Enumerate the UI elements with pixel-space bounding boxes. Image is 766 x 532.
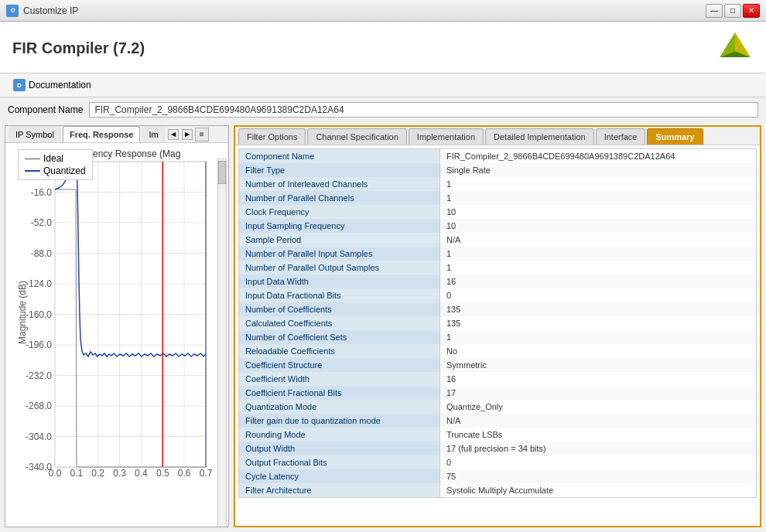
documentation-button[interactable]: D Documentation (6, 77, 98, 94)
documentation-icon: D (13, 79, 26, 91)
table-row: Clock Frequency10 (239, 205, 757, 219)
summary-row-label: Coefficient Width (239, 372, 440, 386)
tab-freq-response[interactable]: Freq. Response (63, 126, 141, 142)
tab-list-button[interactable]: ≡ (195, 128, 209, 142)
tab-implementation[interactable]: Implementation (409, 128, 484, 145)
table-row: Number of Parallel Input Samples1 (239, 247, 757, 261)
summary-row-value: Systolic Multiply Accumulate (440, 483, 757, 498)
tab-channel-specification[interactable]: Channel Specification (307, 128, 406, 145)
table-row: Number of Coefficient Sets1 (239, 330, 757, 344)
table-row: Reloadable CoefficientsNo (239, 344, 757, 358)
tab-filter-options[interactable]: Filter Options (238, 128, 306, 145)
svg-text:-88.0: -88.0 (31, 248, 53, 259)
tab-prev-button[interactable]: ◀ (168, 129, 179, 140)
tab-detailed-implementation[interactable]: Detailed Implementation (485, 128, 594, 145)
summary-row-label: Component Name (239, 149, 440, 164)
table-row: Component NameFIR_Compiler_2_9866B4CDE69… (239, 149, 757, 164)
summary-row-value: 16 (440, 275, 757, 288)
summary-row-value: 0 (440, 455, 757, 469)
summary-row-label: Rounding Mode (239, 428, 440, 442)
maximize-button[interactable]: □ (724, 4, 741, 18)
summary-row-value: 135 (440, 302, 757, 316)
svg-text:-124.0: -124.0 (26, 278, 52, 289)
legend-ideal: Ideal (25, 153, 86, 164)
summary-row-value: 135 (440, 316, 757, 330)
summary-row-value: 1 (440, 330, 757, 344)
table-row: Number of Coefficients135 (239, 302, 757, 316)
svg-text:-268.0: -268.0 (26, 401, 52, 411)
summary-row-label: Input Data Width (239, 275, 440, 288)
tab-ip-symbol[interactable]: IP Symbol (9, 126, 61, 142)
app-logo (716, 29, 754, 66)
summary-row-label: Filter gain due to quantization mode (239, 414, 440, 428)
summary-row-label: Reloadable Coefficients (239, 344, 440, 358)
table-row: Calculated Coefficients135 (239, 316, 757, 330)
table-row: Filter ArchitectureSystolic Multiply Acc… (239, 483, 757, 498)
table-row: Number of Parallel Channels1 (239, 191, 757, 205)
component-name-row: Component Name FIR_Compiler_2_9866B4CDE6… (5, 102, 761, 121)
chart-legend: Ideal Quantized (18, 149, 93, 180)
svg-text:-52.0: -52.0 (31, 217, 53, 228)
minimize-button[interactable]: — (706, 4, 723, 18)
chart-scrollbar[interactable] (217, 159, 227, 527)
app-header: FIR Compiler (7.2) (0, 22, 766, 73)
summary-row-label: Number of Coefficient Sets (239, 330, 440, 344)
summary-row-value: 75 (440, 469, 757, 483)
summary-row-label: Number of Parallel Output Samples (239, 261, 440, 275)
summary-row-label: Filter Type (239, 163, 440, 177)
panels: IP Symbol Freq. Response Im ◀ ▶ ≡ Ideal … (5, 125, 761, 527)
legend-quantized-line (25, 170, 40, 172)
summary-data-table: Component NameFIR_Compiler_2_9866B4CDE69… (238, 148, 757, 498)
summary-row-value: 16 (440, 372, 757, 386)
app-title: FIR Compiler (7.2) (12, 39, 145, 57)
close-button[interactable]: ✕ (743, 4, 760, 18)
summary-row-value: 1 (440, 191, 757, 205)
svg-text:-160.0: -160.0 (26, 309, 52, 320)
tab-imp[interactable]: Im (142, 126, 165, 142)
table-row: Input Sampling Frequency10 (239, 219, 757, 233)
legend-quantized-label: Quantized (43, 165, 86, 176)
summary-row-value: 17 (full precision = 34 bits) (440, 442, 757, 455)
left-panel: IP Symbol Freq. Response Im ◀ ▶ ≡ Ideal … (5, 125, 229, 527)
summary-row-label: Number of Parallel Input Samples (239, 247, 440, 261)
table-row: Number of Parallel Output Samples1 (239, 261, 757, 275)
table-row: Output Width17 (full precision = 34 bits… (239, 442, 757, 455)
svg-text:-196.0: -196.0 (26, 339, 52, 350)
summary-row-label: Number of Parallel Channels (239, 191, 440, 205)
legend-ideal-label: Ideal (43, 153, 63, 164)
summary-table: Component NameFIR_Compiler_2_9866B4CDE69… (235, 145, 760, 526)
table-row: Rounding ModeTruncate LSBs (239, 428, 757, 442)
summary-row-label: Calculated Coefficients (239, 316, 440, 330)
summary-row-value: 10 (440, 205, 757, 219)
title-bar: ⚙ Customize IP — □ ✕ (0, 0, 766, 22)
summary-row-label: Input Data Fractional Bits (239, 288, 440, 302)
summary-row-value: No (440, 344, 757, 358)
table-row: Cycle Latency75 (239, 469, 757, 483)
svg-text:0.5: 0.5 (156, 468, 169, 479)
summary-row-value: Quantize_Only (440, 400, 757, 414)
summary-row-label: Input Sampling Frequency (239, 219, 440, 233)
frequency-chart: Magnitude (dB) Frequency Response (Mag (16, 146, 217, 479)
svg-text:0.4: 0.4 (135, 468, 148, 479)
component-name-value: FIR_Compiler_2_9866B4CDE699480A9691389C2… (89, 102, 758, 118)
tab-interface[interactable]: Interface (596, 128, 646, 145)
svg-text:0.7: 0.7 (200, 468, 213, 479)
summary-row-label: Number of Coefficients (239, 302, 440, 316)
svg-text:0.3: 0.3 (113, 468, 126, 479)
summary-row-label: Cycle Latency (239, 469, 440, 483)
toolbar: D Documentation (0, 73, 766, 97)
main-content: Component Name FIR_Compiler_2_9866B4CDE6… (0, 97, 766, 532)
tab-next-button[interactable]: ▶ (182, 129, 193, 140)
summary-row-label: Sample Period (239, 233, 440, 247)
table-row: Coefficient StructureSymmetric (239, 358, 757, 372)
table-row: Coefficient Fractional Bits17 (239, 386, 757, 400)
app-icon: ⚙ (6, 5, 19, 17)
tab-summary[interactable]: Summary (647, 128, 703, 145)
svg-text:-16.0: -16.0 (31, 187, 53, 198)
svg-text:0.6: 0.6 (178, 468, 191, 479)
svg-text:0.2: 0.2 (91, 468, 104, 479)
chart-scroll-thumb[interactable] (218, 161, 226, 184)
summary-row-label: Quantization Mode (239, 400, 440, 414)
summary-row-value: 1 (440, 177, 757, 191)
summary-row-value: N/A (440, 414, 757, 428)
